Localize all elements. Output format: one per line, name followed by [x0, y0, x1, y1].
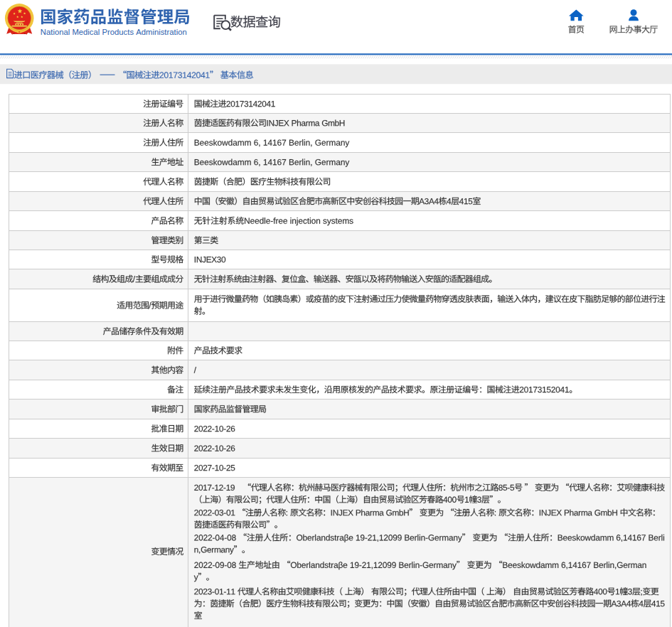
svg-text:National Medical Products Admi: National Medical Products Administration: [41, 28, 187, 36]
